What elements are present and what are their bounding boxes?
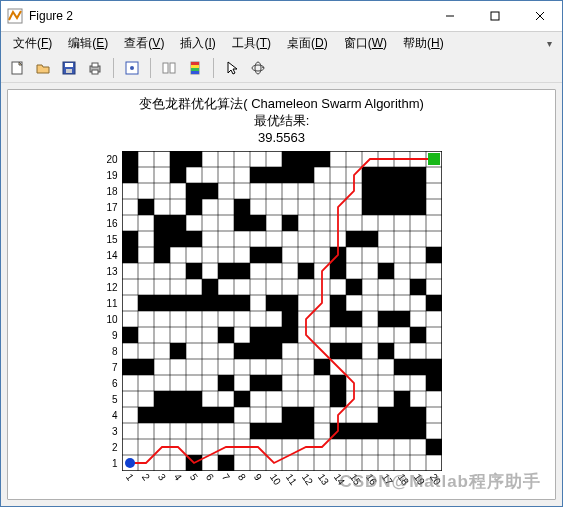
y-tick: 10 — [100, 313, 118, 324]
svg-rect-37 — [378, 167, 394, 183]
x-tick: 11 — [283, 471, 298, 486]
menu-t[interactable]: 工具(T) — [224, 33, 279, 54]
svg-rect-66 — [250, 247, 266, 263]
svg-rect-38 — [394, 167, 410, 183]
svg-rect-28 — [298, 151, 314, 167]
rotate-3d-button[interactable] — [246, 56, 270, 80]
svg-rect-102 — [234, 343, 250, 359]
svg-rect-116 — [266, 375, 282, 391]
x-tick: 19 — [411, 471, 426, 486]
svg-rect-112 — [410, 359, 426, 375]
svg-rect-42 — [362, 183, 378, 199]
svg-rect-100 — [410, 327, 426, 343]
x-tick: 10 — [267, 471, 282, 486]
svg-rect-65 — [154, 247, 170, 263]
pointer-button[interactable] — [220, 56, 244, 80]
y-tick: 9 — [100, 329, 118, 340]
svg-rect-95 — [122, 327, 138, 343]
svg-rect-49 — [362, 199, 378, 215]
svg-rect-60 — [170, 231, 186, 247]
maximize-button[interactable] — [472, 2, 517, 31]
svg-rect-103 — [250, 343, 266, 359]
menu-d[interactable]: 桌面(D) — [279, 33, 336, 54]
svg-rect-47 — [186, 199, 202, 215]
svg-rect-24 — [122, 151, 138, 167]
svg-rect-70 — [186, 263, 202, 279]
minimize-button[interactable] — [427, 2, 472, 31]
svg-point-192 — [125, 458, 135, 468]
svg-rect-57 — [282, 215, 298, 231]
link-plot-button[interactable] — [157, 56, 181, 80]
svg-rect-113 — [426, 359, 442, 375]
svg-rect-43 — [378, 183, 394, 199]
menu-e[interactable]: 编辑(E) — [60, 33, 116, 54]
toolbar — [1, 54, 562, 83]
y-tick: 13 — [100, 265, 118, 276]
svg-rect-137 — [266, 423, 282, 439]
svg-rect-73 — [298, 263, 314, 279]
svg-rect-76 — [202, 279, 218, 295]
svg-rect-51 — [394, 199, 410, 215]
toolbar-separator — [113, 58, 114, 78]
menu-w[interactable]: 窗口(W) — [336, 33, 395, 54]
svg-rect-135 — [410, 407, 426, 423]
svg-rect-141 — [346, 423, 362, 439]
x-tick: 14 — [331, 471, 346, 486]
svg-rect-114 — [218, 375, 234, 391]
svg-rect-2 — [491, 12, 499, 20]
y-tick: 8 — [100, 345, 118, 356]
menu-f[interactable]: 文件(F) — [5, 33, 60, 54]
svg-rect-104 — [266, 343, 282, 359]
svg-rect-63 — [362, 231, 378, 247]
plot-title: 变色龙群优化算法( Chameleon Swarm Algorithm) 最优结… — [139, 96, 424, 147]
y-tick: 5 — [100, 393, 118, 404]
svg-rect-29 — [314, 151, 330, 167]
menu-chevron-icon[interactable]: ▾ — [541, 38, 558, 49]
toolbar-separator — [150, 58, 151, 78]
svg-rect-123 — [330, 391, 346, 407]
save-button[interactable] — [57, 56, 81, 80]
x-tick: 6 — [203, 471, 215, 482]
svg-rect-89 — [426, 295, 442, 311]
title-line-2: 最优结果: — [139, 113, 424, 130]
menu-i[interactable]: 插入(I) — [172, 33, 223, 54]
svg-rect-78 — [410, 279, 426, 295]
title-line-3: 39.5563 — [139, 130, 424, 147]
svg-rect-32 — [250, 167, 266, 183]
svg-rect-93 — [378, 311, 394, 327]
edit-plot-button[interactable] — [120, 56, 144, 80]
svg-rect-58 — [122, 231, 138, 247]
svg-point-13 — [130, 66, 134, 70]
x-tick: 5 — [187, 471, 199, 482]
x-tick: 3 — [155, 471, 167, 482]
svg-rect-7 — [65, 63, 73, 67]
svg-rect-75 — [378, 263, 394, 279]
x-tick: 13 — [315, 471, 330, 486]
menu-h[interactable]: 帮助(H) — [395, 33, 452, 54]
svg-rect-64 — [122, 247, 138, 263]
print-button[interactable] — [83, 56, 107, 80]
menu-v[interactable]: 查看(V) — [116, 33, 172, 54]
window-title: Figure 2 — [29, 9, 427, 23]
axes[interactable]: 1234567891011121314151617181920123456789… — [122, 151, 442, 471]
svg-rect-119 — [154, 391, 170, 407]
y-tick: 1 — [100, 457, 118, 468]
svg-rect-110 — [314, 359, 330, 375]
y-tick: 16 — [100, 217, 118, 228]
new-figure-button[interactable] — [5, 56, 29, 80]
close-button[interactable] — [517, 2, 562, 31]
svg-rect-117 — [330, 375, 346, 391]
toolbar-separator — [213, 58, 214, 78]
open-button[interactable] — [31, 56, 55, 80]
svg-rect-99 — [282, 327, 298, 343]
y-tick: 6 — [100, 377, 118, 388]
insert-colorbar-button[interactable] — [183, 56, 207, 80]
svg-rect-98 — [266, 327, 282, 343]
svg-rect-129 — [202, 407, 218, 423]
y-tick: 2 — [100, 441, 118, 452]
svg-rect-41 — [202, 183, 218, 199]
x-tick: 17 — [379, 471, 394, 486]
svg-rect-84 — [218, 295, 234, 311]
y-tick: 12 — [100, 281, 118, 292]
svg-rect-17 — [191, 62, 199, 65]
